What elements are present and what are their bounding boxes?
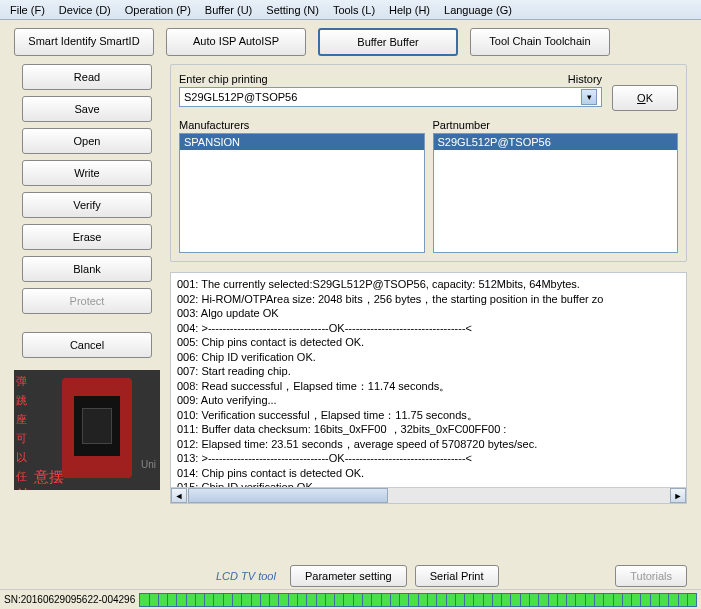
- save-button[interactable]: Save: [22, 96, 152, 122]
- enter-chip-label: Enter chip printing: [179, 73, 268, 85]
- verify-button[interactable]: Verify: [22, 192, 152, 218]
- log-area: 001: The currently selected:S29GL512P@TS…: [170, 272, 687, 504]
- partnumber-label: Partnumber: [433, 119, 679, 131]
- log-line: 005: Chip pins contact is detected OK.: [177, 335, 680, 350]
- scroll-right-icon[interactable]: ►: [670, 488, 686, 503]
- ok-button[interactable]: OK: [612, 85, 678, 111]
- serial-print-button[interactable]: Serial Print: [415, 565, 499, 587]
- toolchain-button[interactable]: Tool Chain Toolchain: [470, 28, 610, 56]
- read-button[interactable]: Read: [22, 64, 152, 90]
- partnumber-list[interactable]: S29GL512P@TSOP56: [433, 133, 679, 253]
- lcdtv-label: LCD TV tool: [210, 570, 282, 582]
- chip-combo-value: S29GL512P@TSOP56: [184, 91, 297, 103]
- menu-file[interactable]: File (F): [4, 2, 51, 17]
- log-line: 008: Read successful，Elapsed time：11.74 …: [177, 379, 680, 394]
- cancel-button[interactable]: Cancel: [22, 332, 152, 358]
- log-line: 006: Chip ID verification OK.: [177, 350, 680, 365]
- parameter-setting-button[interactable]: Parameter setting: [290, 565, 407, 587]
- menu-buffer[interactable]: Buffer (U): [199, 2, 258, 17]
- erase-button[interactable]: Erase: [22, 224, 152, 250]
- horizontal-scrollbar[interactable]: ◄ ►: [171, 487, 686, 503]
- protect-button: Protect: [22, 288, 152, 314]
- manufacturers-list[interactable]: SPANSION: [179, 133, 425, 253]
- log-line: 001: The currently selected:S29GL512P@TS…: [177, 277, 680, 292]
- log-line: 002: Hi-ROM/OTPArea size: 2048 bits，256 …: [177, 292, 680, 307]
- preview-text: 弹跳座可以任: [16, 372, 34, 486]
- progress-bar: [139, 593, 697, 607]
- log-line: 003: Algo update OK: [177, 306, 680, 321]
- log-line: 012: Elapsed time: 23.51 seconds，average…: [177, 437, 680, 452]
- write-button[interactable]: Write: [22, 160, 152, 186]
- tutorials-button[interactable]: Tutorials: [615, 565, 687, 587]
- buffer-button[interactable]: Buffer Buffer: [318, 28, 458, 56]
- manufacturers-label: Manufacturers: [179, 119, 425, 131]
- log-line: 013: >---------------------------------O…: [177, 451, 680, 466]
- adapter-preview: 弹跳座可以任 意摆 放 Uni: [14, 370, 160, 490]
- log-line: 011: Buffer data checksum: 16bits_0xFF00…: [177, 422, 680, 437]
- list-item[interactable]: SPANSION: [180, 134, 424, 150]
- menu-operation[interactable]: Operation (P): [119, 2, 197, 17]
- menu-tools[interactable]: Tools (L): [327, 2, 381, 17]
- log-line: 010: Verification successful，Elapsed tim…: [177, 408, 680, 423]
- list-item[interactable]: S29GL512P@TSOP56: [434, 134, 678, 150]
- smartid-button[interactable]: Smart Identify SmartID: [14, 28, 154, 56]
- autoisp-button[interactable]: Auto ISP AutoISP: [166, 28, 306, 56]
- menu-device[interactable]: Device (D): [53, 2, 117, 17]
- blank-button[interactable]: Blank: [22, 256, 152, 282]
- menu-setting[interactable]: Setting (N): [260, 2, 325, 17]
- log-line: 007: Start reading chip.: [177, 364, 680, 379]
- log-line: 004: >---------------------------------O…: [177, 321, 680, 336]
- log-line: 009: Auto verifying...: [177, 393, 680, 408]
- open-button[interactable]: Open: [22, 128, 152, 154]
- scroll-thumb[interactable]: [188, 488, 388, 503]
- chip-combo[interactable]: S29GL512P@TSOP56 ▾: [179, 87, 602, 107]
- scroll-left-icon[interactable]: ◄: [171, 488, 187, 503]
- history-label: History: [568, 73, 602, 85]
- menu-language[interactable]: Language (G): [438, 2, 518, 17]
- chevron-down-icon[interactable]: ▾: [581, 89, 597, 105]
- log-line: 014: Chip pins contact is detected OK.: [177, 466, 680, 481]
- serial-number: SN:20160629095622-004296: [4, 594, 135, 605]
- menu-help[interactable]: Help (H): [383, 2, 436, 17]
